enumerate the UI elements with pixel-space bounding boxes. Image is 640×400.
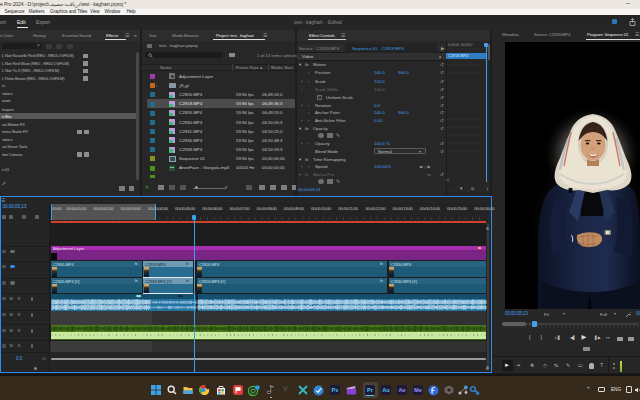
svg-text:Au: Au [382,387,390,393]
svg-text:Me: Me [414,387,422,393]
svg-text:Ae: Ae [398,387,405,393]
svg-text:Pr: Pr [367,387,374,393]
svg-text:Ps: Ps [332,387,339,393]
